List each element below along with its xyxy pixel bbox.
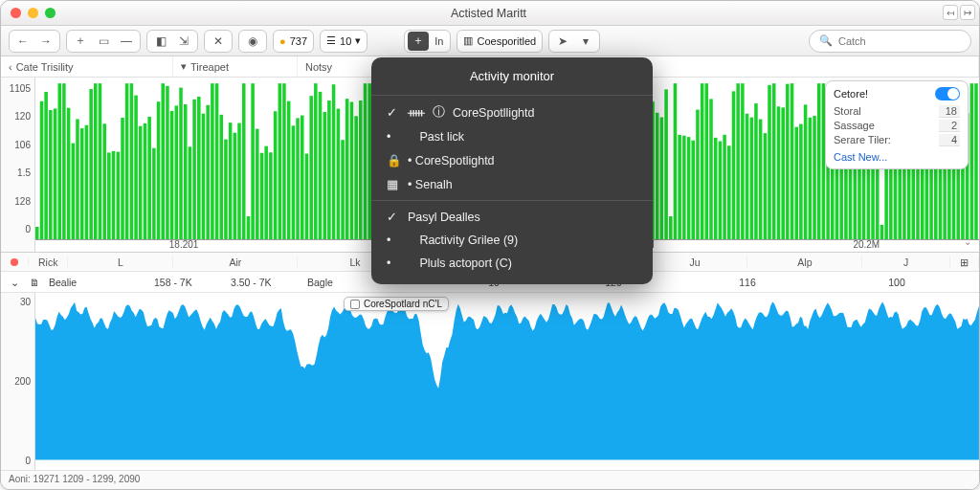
svg-rect-160 bbox=[754, 103, 758, 239]
chevron-down-icon: ▾ bbox=[355, 34, 361, 47]
val-label: Bagle bbox=[307, 277, 333, 288]
val: 116 bbox=[680, 277, 814, 288]
tooltip-label: CoreSpotlard nC'L bbox=[364, 299, 442, 309]
svg-rect-1 bbox=[40, 101, 44, 240]
titlebar: Actisted Maritt bbox=[1, 1, 979, 26]
minus-button[interactable]: — bbox=[116, 32, 137, 51]
row-tab[interactable]: Rick bbox=[29, 256, 68, 268]
ytick: 1.5 bbox=[17, 167, 31, 178]
dropdown-item[interactable]: Pluls actoport (C) bbox=[371, 252, 653, 275]
search-field[interactable]: 🔍 bbox=[809, 30, 971, 53]
val: 100 bbox=[814, 277, 979, 288]
dropdown-button[interactable]: ▾ bbox=[575, 32, 596, 51]
segment-plus[interactable]: ＋ bbox=[408, 32, 429, 51]
svg-rect-47 bbox=[247, 216, 251, 239]
sidebar-icon[interactable]: ◧ bbox=[150, 32, 171, 51]
search-input[interactable] bbox=[838, 35, 961, 47]
close-group: ✕ bbox=[204, 30, 233, 53]
svg-rect-9 bbox=[76, 119, 79, 239]
segment-coesported[interactable]: ▥ Coesporitled bbox=[457, 30, 543, 53]
svg-rect-148 bbox=[701, 83, 704, 239]
ytick: 200 bbox=[14, 376, 31, 387]
window-controls bbox=[11, 8, 56, 18]
svg-rect-24 bbox=[144, 123, 147, 240]
info-box: Cetore! Storal18 Sassage2 Serare Tiler:4… bbox=[825, 80, 969, 169]
svg-rect-48 bbox=[251, 83, 255, 239]
svg-rect-21 bbox=[130, 83, 134, 239]
svg-rect-50 bbox=[260, 153, 264, 240]
add-button[interactable]: ＋ bbox=[70, 32, 91, 51]
dropdown-item[interactable]: Ractivity Grilee (9) bbox=[371, 229, 653, 252]
close-window-button[interactable] bbox=[11, 8, 21, 18]
svg-rect-145 bbox=[687, 137, 691, 239]
zoom-window-button[interactable] bbox=[45, 8, 56, 18]
minimize-window-button[interactable] bbox=[28, 8, 38, 18]
svg-rect-61 bbox=[309, 96, 313, 239]
svg-rect-29 bbox=[166, 86, 169, 240]
ytick: 106 bbox=[14, 140, 31, 150]
svg-rect-59 bbox=[301, 116, 304, 240]
lock-icon: 🔒 bbox=[387, 153, 400, 167]
export-icon[interactable]: ⇲ bbox=[173, 32, 194, 51]
dropdown-item[interactable]: ✓Pasyl Dealles bbox=[371, 205, 653, 229]
segment-in[interactable]: In bbox=[431, 35, 447, 47]
grid-icon: ▦ bbox=[387, 177, 400, 191]
chevron-down-icon[interactable]: ⌄ bbox=[1, 277, 20, 288]
counter-pill[interactable]: ● 737 bbox=[273, 30, 314, 53]
xcat: J bbox=[862, 256, 950, 268]
svg-rect-69 bbox=[345, 99, 349, 239]
svg-rect-64 bbox=[323, 112, 327, 239]
record-group: ◉ bbox=[238, 30, 267, 53]
segmented-control: ＋ In bbox=[404, 30, 451, 53]
svg-rect-5 bbox=[58, 83, 62, 239]
panel-group: ◧ ⇲ bbox=[146, 30, 198, 53]
svg-rect-26 bbox=[152, 148, 156, 240]
search-icon: 🔍 bbox=[819, 34, 833, 47]
svg-rect-62 bbox=[314, 83, 318, 239]
record-icon[interactable]: ◉ bbox=[242, 32, 263, 51]
svg-rect-11 bbox=[85, 125, 89, 240]
close-icon[interactable]: ✕ bbox=[208, 32, 229, 51]
coin-icon: ● bbox=[279, 35, 286, 47]
dropdown-item[interactable]: 🔒CoreSpotlightd bbox=[371, 148, 653, 172]
toolbar: ← → ＋ ▭ — ◧ ⇲ ✕ ◉ ● 737 ☰ 10 ▾ ＋ bbox=[1, 26, 979, 56]
layout-icon[interactable]: ▭ bbox=[93, 32, 114, 51]
next-button[interactable]: ➤ bbox=[552, 32, 573, 51]
info-link[interactable]: Cast New... bbox=[834, 151, 960, 163]
svg-rect-44 bbox=[234, 133, 237, 240]
val: Bealie bbox=[39, 277, 145, 288]
check-icon: ✓ bbox=[387, 105, 400, 120]
column-2[interactable]: ▾ Tireapet bbox=[173, 56, 298, 77]
dropdown-item[interactable]: Past lick bbox=[371, 125, 653, 148]
column-1[interactable]: ‹ Cate Trisility bbox=[1, 56, 173, 77]
svg-rect-49 bbox=[256, 129, 259, 240]
toggle-switch[interactable] bbox=[935, 87, 960, 100]
next-mini-button[interactable]: ↦ bbox=[960, 5, 975, 20]
svg-rect-152 bbox=[719, 142, 723, 240]
svg-rect-209 bbox=[974, 83, 978, 239]
xcat: Air bbox=[173, 256, 298, 268]
svg-rect-2 bbox=[44, 92, 48, 239]
dropdown-title: Activity monitor bbox=[371, 63, 653, 91]
column-2-label: Tireapet bbox=[190, 61, 229, 73]
svg-rect-161 bbox=[759, 120, 763, 240]
info-header: Cetore! bbox=[834, 88, 868, 100]
svg-rect-65 bbox=[327, 100, 331, 239]
dropdown-item-label: Senalh bbox=[408, 178, 453, 191]
back-button[interactable]: ← bbox=[12, 32, 33, 51]
svg-rect-170 bbox=[799, 124, 803, 240]
activity-dropdown[interactable]: Activity monitor ✓ ᚔ ⓘ CoreSpotllightd P… bbox=[371, 57, 653, 284]
info-key: Storal bbox=[834, 105, 861, 118]
dropdown-item[interactable]: ▦Senalh bbox=[371, 172, 653, 196]
settings-icon[interactable]: ⊞ bbox=[950, 256, 979, 268]
forward-button[interactable]: → bbox=[35, 32, 56, 51]
prev-mini-button[interactable]: ↤ bbox=[943, 5, 958, 20]
dropdown-item[interactable]: ✓ ᚔ ⓘ CoreSpotllightd bbox=[371, 100, 653, 125]
step-pill[interactable]: ☰ 10 ▾ bbox=[320, 30, 368, 53]
footer-status: Aoni: 19271 1209 - 1299, 2090 bbox=[1, 470, 979, 489]
svg-rect-156 bbox=[736, 83, 740, 239]
chevron-down-icon[interactable]: ⌄ bbox=[964, 236, 975, 248]
svg-rect-39 bbox=[211, 83, 214, 239]
info-key: Sassage bbox=[834, 120, 875, 132]
svg-rect-141 bbox=[669, 216, 673, 239]
